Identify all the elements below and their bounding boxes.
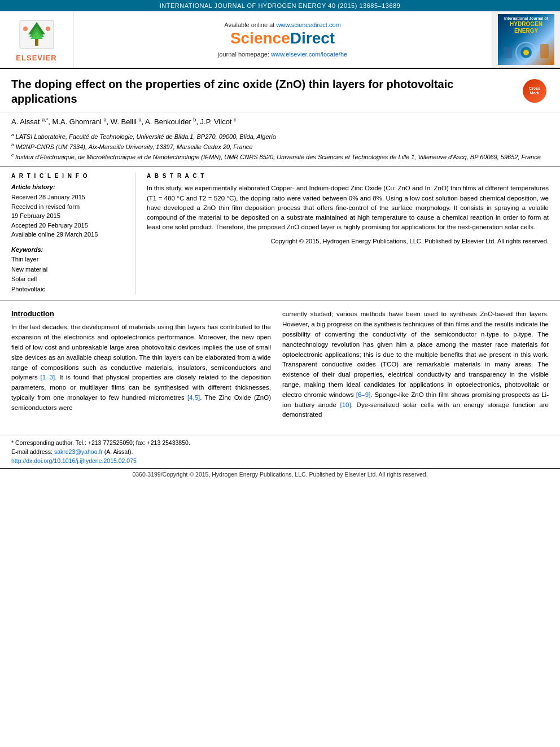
abstract-copyright: Copyright © 2015, Hydrogen Energy Public…: [147, 237, 549, 246]
sciencedirect-url[interactable]: www.sciencedirect.com: [276, 21, 340, 28]
intro-paragraph-1: In the last decades, the development of …: [11, 322, 271, 413]
right-column: currently studied; various methods have …: [282, 309, 549, 423]
ref-4-5[interactable]: [4,5]: [187, 394, 200, 401]
journal-header-text: INTERNATIONAL JOURNAL OF HYDROGEN ENERGY…: [160, 2, 401, 9]
abstract-text: In this study, we experimentally elabora…: [147, 184, 549, 232]
crossmark-badge[interactable]: CrossMark: [520, 77, 549, 105]
affiliation-a: a LATSI Laboratoire, Faculté de Technolo…: [11, 132, 549, 141]
affiliations-section: a LATSI Laboratoire, Faculté de Technolo…: [0, 129, 560, 167]
journal-cover-decoration: [501, 36, 552, 64]
sciencedirect-logo: ScienceDirect: [230, 29, 335, 47]
article-title-section: The doping effect on the properties of z…: [0, 69, 560, 112]
article-history-label: Article history:: [11, 184, 126, 190]
ref-6-9[interactable]: [6–9]: [356, 391, 371, 398]
authors-line: A. Aissat a,*, M.A. Ghomrani a, W. Belli…: [11, 117, 549, 126]
footnote-section: * Corresponding author. Tel.: +213 77252…: [0, 435, 560, 468]
email-attribution: (A. Aissat).: [104, 448, 133, 455]
svg-rect-1: [35, 39, 38, 46]
email-label: E-mail address:: [11, 448, 53, 455]
sciencedirect-direct: Direct: [290, 29, 335, 47]
journal-cover-image: International Journal ofHYDROGENENERGY: [498, 14, 554, 65]
main-content: Introduction In the last decades, the de…: [0, 300, 560, 433]
footnote-doi: http://dx.doi.org/10.1016/j.ijhydene.201…: [11, 457, 549, 466]
crossmark-icon: CrossMark: [523, 79, 546, 103]
email-link[interactable]: sakre23@yahoo.fr: [54, 448, 103, 455]
keywords-label: Keywords:: [11, 246, 126, 253]
svg-rect-11: [540, 44, 549, 58]
elsevier-logo-area: ELSEVIER: [0, 11, 73, 68]
keyword-3: Solar cell: [11, 274, 126, 285]
journal-homepage-url[interactable]: www.elsevier.com/locate/he: [271, 51, 347, 58]
journal-cover-title: International Journal ofHYDROGENENERGY: [504, 16, 548, 34]
journal-cover-area: International Journal ofHYDROGENENERGY: [492, 11, 560, 68]
ref-1-3[interactable]: [1–3]: [41, 374, 55, 381]
keyword-4: Photovoltaic: [11, 285, 126, 295]
sciencedirect-sci: Science: [230, 29, 290, 47]
authors-section: A. Aissat a,*, M.A. Ghomrani a, W. Belli…: [0, 112, 560, 129]
sciencedirect-area: Available online at www.sciencedirect.co…: [73, 11, 492, 68]
article-body: A R T I C L E I N F O Article history: R…: [0, 167, 560, 300]
svg-point-9: [523, 50, 529, 55]
doi-link[interactable]: http://dx.doi.org/10.1016/j.ijhydene.201…: [11, 457, 137, 464]
affiliation-b: b IM2NP-CNRS (UM 7334), Aix-Marseille Un…: [11, 142, 549, 151]
accepted-date: Accepted 20 February 2015: [11, 221, 126, 230]
article-info-label: A R T I C L E I N F O: [11, 173, 126, 179]
introduction-heading: Introduction: [11, 309, 271, 318]
elsevier-text: ELSEVIER: [16, 54, 56, 62]
svg-point-5: [23, 27, 28, 31]
bottom-bar-text: 0360-3199/Copyright © 2015, Hydrogen Ene…: [132, 471, 427, 478]
abstract-label: A B S T R A C T: [147, 173, 549, 179]
abstract-column: A B S T R A C T In this study, we experi…: [147, 173, 549, 294]
article-info-column: A R T I C L E I N F O Article history: R…: [11, 173, 135, 294]
svg-rect-10: [504, 47, 512, 58]
bottom-bar: 0360-3199/Copyright © 2015, Hydrogen Ene…: [0, 468, 560, 480]
left-column: Introduction In the last decades, the de…: [11, 309, 271, 423]
svg-point-6: [46, 27, 50, 31]
intro-paragraph-2: currently studied; various methods have …: [282, 309, 549, 420]
keyword-2: New material: [11, 265, 126, 275]
affiliation-c: c Institut d'Electronique, de Microélect…: [11, 152, 549, 161]
footnote-corresponding: * Corresponding author. Tel.: +213 77252…: [11, 439, 549, 448]
elsevier-tree-icon: [14, 18, 59, 51]
revised-label: Received in revised form: [11, 202, 126, 212]
journal-header-bar: INTERNATIONAL JOURNAL OF HYDROGEN ENERGY…: [0, 0, 560, 11]
footnote-email: E-mail address: sakre23@yahoo.fr (A. Ais…: [11, 448, 549, 457]
revised-date: 19 February 2015: [11, 211, 126, 221]
journal-homepage-label: journal homepage:: [218, 51, 269, 58]
received-date: Received 28 January 2015: [11, 193, 126, 202]
available-online-text: Available online at www.sciencedirect.co…: [224, 21, 340, 28]
available-date: Available online 29 March 2015: [11, 230, 126, 239]
keyword-1: Thin layer: [11, 255, 126, 265]
top-branding: ELSEVIER Available online at www.science…: [0, 11, 560, 69]
ref-10[interactable]: [10]: [340, 401, 351, 408]
article-title: The doping effect on the properties of z…: [11, 77, 520, 106]
journal-homepage: journal homepage: www.elsevier.com/locat…: [218, 51, 347, 58]
page-wrapper: INTERNATIONAL JOURNAL OF HYDROGEN ENERGY…: [0, 0, 560, 480]
